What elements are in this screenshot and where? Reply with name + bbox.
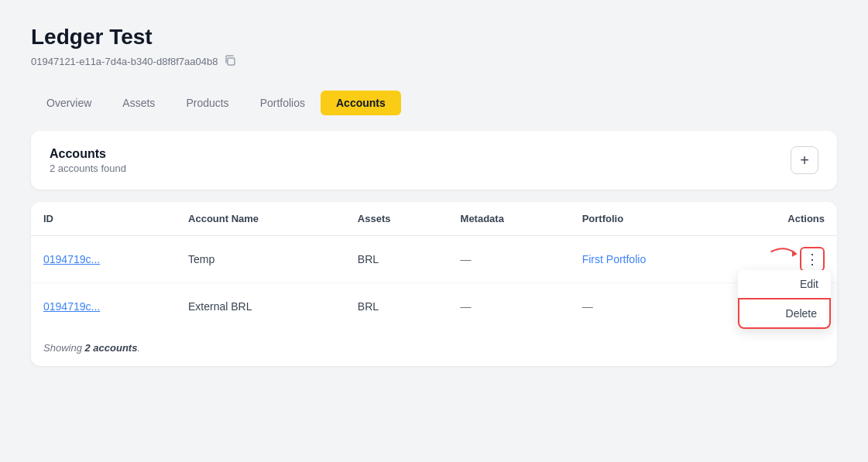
col-portfolio: Portfolio [570,202,728,236]
table-row: 0194719c... External BRL BRL — — ⋮ [31,283,837,330]
row1-metadata: — [448,236,570,283]
tab-products[interactable]: Products [170,91,244,115]
row2-id: 0194719c... [31,283,176,330]
page-title: Ledger Test [31,25,837,50]
col-actions: Actions [727,202,837,236]
actions-dropdown: Edit Delete [738,270,831,329]
row2-portfolio: — [570,283,728,330]
accounts-card: Accounts 2 accounts found + [31,131,837,190]
row2-metadata: — [448,283,570,330]
accounts-table: ID Account Name Assets Metadata Portfoli… [31,202,837,366]
ledger-id: 01947121-e11a-7d4a-b340-d8f8f7aa04b8 [31,56,218,67]
row1-actions-button[interactable]: ⋮ [800,247,825,272]
edit-menu-item[interactable]: Edit [738,270,831,298]
card-info: Accounts 2 accounts found [50,147,126,174]
copy-icon[interactable] [224,54,236,69]
row1-actions: ⋮ Edit Delete [727,236,837,283]
svg-marker-1 [792,250,798,256]
col-account-name: Account Name [176,202,345,236]
row1-id-link[interactable]: 0194719c... [43,253,100,265]
tab-assets[interactable]: Assets [107,91,170,115]
add-account-button[interactable]: + [791,146,818,174]
arrow-indicator [769,242,800,261]
col-metadata: Metadata [448,202,570,236]
row2-account-name: External BRL [176,283,345,330]
row1-id: 0194719c... [31,236,176,283]
tab-accounts[interactable]: Accounts [321,91,401,115]
row1-assets: BRL [345,236,448,283]
card-title: Accounts [50,147,126,161]
col-id: ID [31,202,176,236]
svg-rect-0 [228,58,235,65]
tab-portfolios[interactable]: Portfolios [245,91,321,115]
col-assets: Assets [345,202,448,236]
row1-portfolio: First Portfolio [570,236,728,283]
tabs: Overview Assets Products Portfolios Acco… [31,91,837,115]
delete-menu-item[interactable]: Delete [738,298,831,329]
table-footer: Showing 2 accounts. [31,330,837,366]
row1-account-name: Temp [176,236,345,283]
table-row: 0194719c... Temp BRL — First Portfolio [31,236,837,283]
page-id-row: 01947121-e11a-7d4a-b340-d8f8f7aa04b8 [31,54,837,69]
card-subtitle: 2 accounts found [50,163,126,174]
table-header-row: ID Account Name Assets Metadata Portfoli… [31,202,837,236]
tab-overview[interactable]: Overview [31,91,107,115]
row2-id-link[interactable]: 0194719c... [43,300,100,313]
card-header: Accounts 2 accounts found + [50,146,818,174]
row2-assets: BRL [345,283,448,330]
